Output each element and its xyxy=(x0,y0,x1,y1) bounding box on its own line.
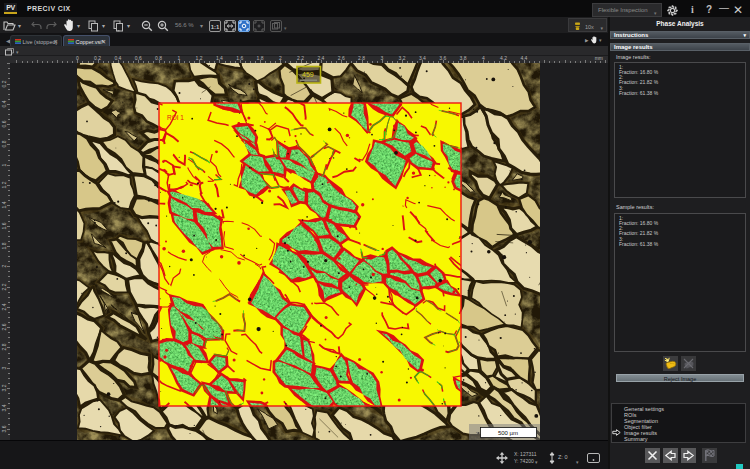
svg-text:1:1: 1:1 xyxy=(211,23,220,29)
svg-text:ROI 1: ROI 1 xyxy=(167,114,184,121)
svg-text:⋮: ⋮ xyxy=(473,431,480,438)
svg-text:459: 459 xyxy=(302,71,314,78)
svg-text:500 µm: 500 µm xyxy=(498,430,518,436)
